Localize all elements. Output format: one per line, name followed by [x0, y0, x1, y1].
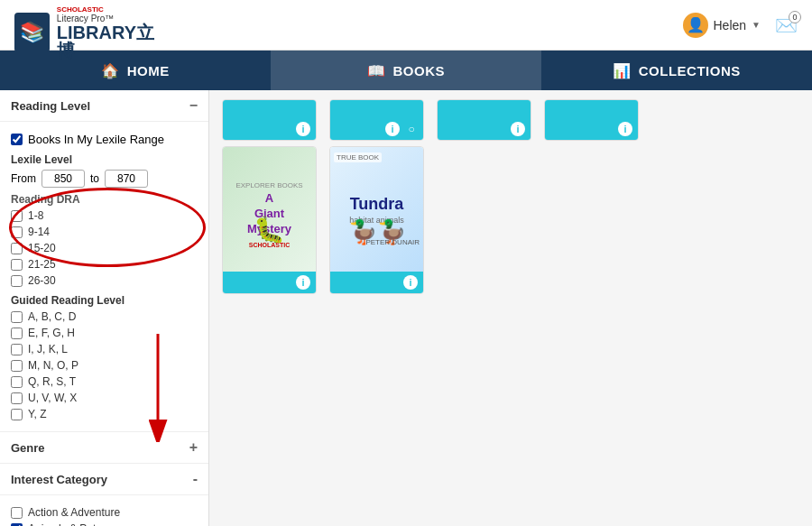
guided-label-3: M, N, O, P: [28, 359, 78, 372]
guided-label-5: U, V, W, X: [28, 392, 77, 404]
info-icon-p4[interactable]: i: [618, 122, 632, 136]
partial-book-4[interactable]: i: [544, 99, 639, 141]
sidebar: Reading Level − Books In My Lexile Range…: [0, 90, 209, 526]
dra-checkbox-3[interactable]: [11, 259, 23, 271]
dra-option-0: 1-8: [11, 209, 198, 222]
dra-checkbox-2[interactable]: [11, 243, 23, 254]
partial-book-1[interactable]: i: [222, 99, 317, 141]
lexile-from-input[interactable]: [42, 170, 85, 188]
user-name: Helen: [714, 18, 747, 32]
partial-bar-1: i: [223, 118, 316, 140]
book-card-mystery[interactable]: EXPLORER BOOKS AGiantMystery 🐛 SCHOLASTI…: [222, 146, 317, 294]
tundra-true-label: TRUE BOOK: [334, 152, 382, 162]
mystery-info-icon[interactable]: i: [296, 275, 310, 290]
guided-checkbox-1[interactable]: [11, 328, 23, 339]
book-cover-mystery: EXPLORER BOOKS AGiantMystery 🐛 SCHOLASTI…: [223, 147, 316, 272]
guided-checkbox-3[interactable]: [11, 360, 23, 372]
books-in-range-option: Books In My Lexile Range: [11, 133, 198, 146]
guided-checkbox-0[interactable]: [11, 311, 23, 323]
header-right: 👤 Helen ▼ ✉️ 0: [683, 13, 798, 38]
mail-badge: 0: [789, 11, 801, 23]
tundra-info-bar: i: [330, 272, 423, 293]
guided-option-0: A, B, C, D: [11, 310, 198, 323]
header: 📚 SCHOLASTIC Literacy Pro™ LIBRARY立博 👤 H…: [0, 0, 812, 51]
info-icon-p2[interactable]: i: [385, 122, 400, 136]
dra-label-3: 21-25: [28, 258, 56, 271]
scholastic-label: SCHOLASTIC: [57, 5, 159, 14]
nav-home-label: HOME: [127, 63, 170, 78]
guided-checkbox-4[interactable]: [11, 376, 23, 388]
user-menu[interactable]: 👤 Helen ▼: [683, 13, 761, 38]
book-card-tundra[interactable]: TRUE BOOK Tundra habitat animals 🦆🦆 PETE…: [329, 146, 424, 294]
interest-label-0: Action & Adventure: [28, 506, 120, 519]
reading-level-title: Reading Level: [11, 99, 90, 113]
bookmark-icon-p2[interactable]: ○: [405, 123, 418, 135]
guided-reading-label: Guided Reading Level: [11, 294, 198, 307]
user-avatar: 👤: [683, 13, 708, 38]
main-layout: Reading Level − Books In My Lexile Range…: [0, 90, 812, 526]
logo-area: 📚 SCHOLASTIC Literacy Pro™ LIBRARY立博: [14, 5, 159, 45]
collections-icon: 📊: [613, 62, 632, 79]
guided-option-2: I, J, K, L: [11, 343, 198, 355]
genre-section-header: Genre +: [0, 432, 208, 464]
interest-category-filter: Action & Adventure Animals & Pets: [0, 495, 208, 526]
dra-checkbox-0[interactable]: [11, 210, 23, 222]
partial-cover-1: [223, 100, 316, 118]
nav-collections-label: COLLECTIONS: [639, 63, 741, 78]
books-grid: EXPLORER BOOKS AGiantMystery 🐛 SCHOLASTI…: [222, 146, 799, 294]
guided-option-6: Y, Z: [11, 408, 198, 420]
dra-option-2: 15-20: [11, 242, 198, 254]
partial-bar-2: i ○: [330, 118, 423, 140]
nav-books[interactable]: 📖 BOOKS: [271, 51, 541, 90]
tundra-author: PETER DUNAIR: [365, 238, 420, 246]
home-icon: 🏠: [101, 62, 120, 79]
reading-level-section-header: Reading Level −: [0, 90, 208, 122]
sidebar-wrapper: Reading Level − Books In My Lexile Range…: [0, 90, 209, 526]
guided-checkbox-2[interactable]: [11, 344, 23, 355]
partial-cover-3: [438, 100, 531, 118]
partial-book-2[interactable]: i ○: [329, 99, 424, 141]
dra-checkbox-4[interactable]: [11, 275, 23, 287]
interest-category-title: Interest Category: [11, 473, 107, 486]
interest-category-toggle[interactable]: -: [193, 471, 198, 487]
guided-checkbox-6[interactable]: [11, 409, 23, 420]
info-icon-p3[interactable]: i: [511, 122, 525, 136]
interest-option-0: Action & Adventure: [11, 506, 198, 519]
nav-collections[interactable]: 📊 COLLECTIONS: [541, 51, 812, 90]
partial-book-3[interactable]: i: [437, 99, 531, 141]
guided-label-6: Y, Z: [28, 408, 46, 420]
info-icon-p1[interactable]: i: [296, 122, 310, 136]
reading-level-toggle[interactable]: −: [189, 97, 198, 114]
genre-toggle[interactable]: +: [189, 439, 198, 456]
guided-option-4: Q, R, S, T: [11, 375, 198, 388]
guided-option-1: E, F, G, H: [11, 327, 198, 339]
guided-label-4: Q, R, S, T: [28, 375, 76, 388]
mail-button[interactable]: ✉️ 0: [775, 14, 798, 36]
interest-checkbox-1[interactable]: [11, 523, 23, 527]
guided-option-5: U, V, W, X: [11, 392, 198, 404]
book-cover-tundra: TRUE BOOK Tundra habitat animals 🦆🦆 PETE…: [330, 147, 423, 272]
mystery-series: EXPLORER BOOKS: [235, 181, 302, 189]
dra-checkbox-1[interactable]: [11, 226, 23, 238]
mystery-overlay: EXPLORER BOOKS AGiantMystery 🐛: [223, 147, 316, 272]
reading-dra-label: Reading DRA: [11, 193, 198, 206]
tundra-title-text: Tundra: [350, 195, 404, 214]
reading-level-filter: Books In My Lexile Range Lexile Level Fr…: [0, 122, 208, 432]
dra-option-1: 9-14: [11, 226, 198, 238]
interest-checkbox-0[interactable]: [11, 507, 23, 519]
guided-label-0: A, B, C, D: [28, 310, 76, 323]
guided-checkbox-5[interactable]: [11, 392, 23, 404]
mystery-insect-icon: 🐛: [254, 215, 285, 245]
partial-cover-4: [545, 100, 638, 118]
lexile-level-label: Lexile Level: [11, 153, 198, 166]
tundra-info-icon[interactable]: i: [403, 275, 418, 290]
interest-option-1: Animals & Pets: [11, 522, 198, 526]
partial-bar-4: i: [545, 118, 638, 140]
interest-label-1: Animals & Pets: [28, 522, 101, 526]
interest-category-header: Interest Category -: [0, 464, 208, 495]
books-in-range-checkbox[interactable]: [11, 134, 23, 145]
lexile-to-input[interactable]: [105, 170, 148, 188]
partial-bar-3: i: [438, 118, 531, 140]
partial-cover-2: [330, 100, 423, 118]
content-area: i i ○ i i: [209, 90, 812, 526]
